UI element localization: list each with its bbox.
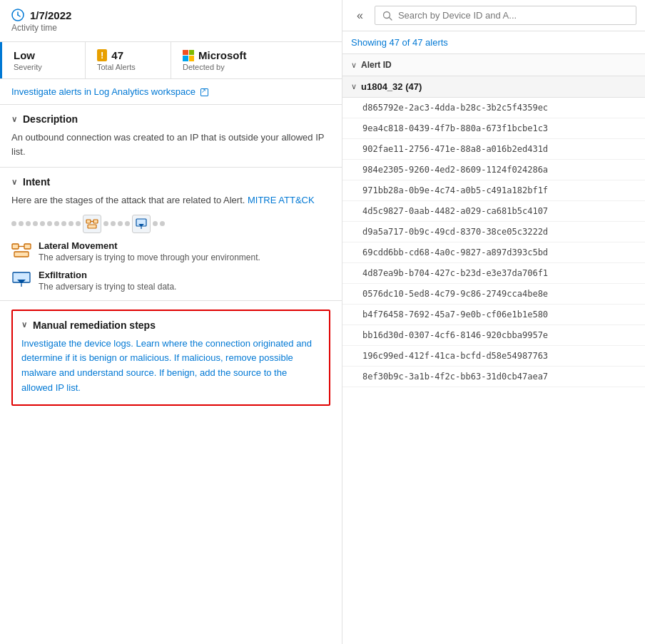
header-date: 1/7/2022 bbox=[11, 9, 330, 21]
search-bar bbox=[375, 6, 636, 25]
alerts-label: Total Alerts bbox=[97, 63, 159, 71]
alert-table: ∨ Alert ID ∨ u1804_32 (47) d865792e-2ac3… bbox=[342, 54, 645, 644]
table-row[interactable]: 9ea4c818-0439-4f7b-880a-673f1bcbe1c3 bbox=[342, 118, 645, 139]
table-row[interactable]: 0576dc10-5ed8-4c79-9c86-2749cca4be8e bbox=[342, 284, 645, 305]
lateral-movement-title: Lateral Movement bbox=[39, 240, 260, 251]
chain-dot bbox=[40, 221, 45, 226]
severity-label: Severity bbox=[14, 63, 73, 71]
microsoft-logo-icon bbox=[183, 50, 194, 61]
alert-badge: ! bbox=[97, 49, 107, 61]
chain-dot bbox=[26, 221, 31, 226]
alert-id-cell: 9ea4c818-0439-4f7b-880a-673f1bcbe1c3 bbox=[362, 123, 548, 133]
remediation-title: Manual remediation steps bbox=[33, 320, 156, 331]
severity-value: Low bbox=[14, 49, 73, 61]
intent-description: Here are the stages of the attack that a… bbox=[11, 193, 330, 208]
detected-by-label: Detected by bbox=[183, 63, 247, 71]
alert-id-cell: 0576dc10-5ed8-4c79-9c86-2749cca4be8e bbox=[362, 289, 548, 299]
table-row[interactable]: 4d87ea9b-b704-427c-b23d-e3e37da706f1 bbox=[342, 263, 645, 284]
alert-id-cell: 69cdd6bb-cd68-4a0c-9827-a897d393c5bd bbox=[362, 247, 548, 257]
alert-id-column-header: Alert ID bbox=[361, 60, 392, 70]
group-label: u1804_32 (47) bbox=[361, 81, 422, 92]
alert-id-cell: 196c99ed-412f-41ca-bcfd-d58e54987763 bbox=[362, 351, 548, 361]
alert-id-cell: b4f76458-7692-45a7-9e0b-cf06e1b1e580 bbox=[362, 310, 548, 320]
chain-dot bbox=[19, 221, 24, 226]
mitre-link[interactable]: MITRE ATT&CK bbox=[248, 195, 315, 205]
table-row[interactable]: 69cdd6bb-cd68-4a0c-9827-a897d393c5bd bbox=[342, 242, 645, 263]
exfiltration-desc: The adversary is trying to steal data. bbox=[39, 282, 176, 292]
intent-header[interactable]: ∨ Intent bbox=[11, 176, 330, 188]
chain-dot bbox=[68, 221, 73, 226]
exfiltration-icon bbox=[11, 270, 31, 290]
lateral-movement-content: Lateral Movement The adversary is trying… bbox=[39, 240, 260, 262]
svg-rect-13 bbox=[14, 252, 29, 257]
description-chevron-icon: ∨ bbox=[11, 115, 17, 124]
chain-dot bbox=[160, 221, 165, 226]
lateral-movement-icon bbox=[11, 240, 31, 260]
svg-rect-11 bbox=[24, 244, 31, 249]
remediation-header[interactable]: ∨ Manual remediation steps bbox=[21, 320, 320, 331]
table-header: ∨ Alert ID bbox=[342, 54, 645, 76]
alert-id-cell: 971bb28a-0b9e-4c74-a0b5-c491a182bf1f bbox=[362, 185, 548, 195]
svg-rect-10 bbox=[12, 244, 19, 249]
lateral-movement-desc: The adversary is trying to move through … bbox=[39, 252, 260, 262]
chain-dot bbox=[11, 221, 16, 226]
activity-time-label: Activity time bbox=[11, 23, 330, 33]
description-title: Description bbox=[23, 113, 78, 125]
table-row[interactable]: d865792e-2ac3-4dda-b28c-3b2c5f4359ec bbox=[342, 98, 645, 118]
alert-id-cell: 4d87ea9b-b704-427c-b23d-e3e37da706f1 bbox=[362, 268, 548, 278]
description-text: An outbound connection was created to an… bbox=[11, 131, 330, 158]
chevron-down-icon: ∨ bbox=[351, 61, 357, 70]
search-input[interactable] bbox=[398, 10, 629, 21]
header-bar: 1/7/2022 Activity time bbox=[0, 0, 342, 42]
intent-section: ∨ Intent Here are the stages of the atta… bbox=[0, 168, 342, 301]
description-section: ∨ Description An outbound connection was… bbox=[0, 105, 342, 168]
chain-dot bbox=[61, 221, 66, 226]
table-row[interactable]: 971bb28a-0b9e-4c74-a0b5-c491a182bf1f bbox=[342, 180, 645, 201]
exfiltration-title: Exfiltration bbox=[39, 270, 176, 280]
table-row[interactable]: 902fae11-2756-471e-88a8-a016b2ed431d bbox=[342, 139, 645, 160]
remediation-section: ∨ Manual remediation steps Investigate t… bbox=[11, 310, 330, 406]
chain-dot bbox=[33, 221, 38, 226]
left-panel: 1/7/2022 Activity time Low Severity ! 47… bbox=[0, 0, 342, 644]
chain-dot bbox=[111, 221, 116, 226]
chain-dot bbox=[153, 221, 158, 226]
description-header[interactable]: ∨ Description bbox=[11, 113, 330, 125]
alerts-value: ! 47 bbox=[97, 49, 159, 61]
investigate-link[interactable]: Investigate alerts in Log Analytics work… bbox=[11, 86, 208, 97]
intent-item-exfil: Exfiltration The adversary is trying to … bbox=[11, 270, 330, 292]
table-row[interactable]: 196c99ed-412f-41ca-bcfd-d58e54987763 bbox=[342, 346, 645, 367]
svg-line-2 bbox=[18, 15, 20, 16]
intent-item-lateral: Lateral Movement The adversary is trying… bbox=[11, 240, 330, 262]
remediation-text: Investigate the device logs. Learn where… bbox=[21, 337, 320, 396]
table-row[interactable]: 984e2305-9260-4ed2-8609-1124f024286a bbox=[342, 160, 645, 180]
table-row[interactable]: bb16d30d-0307-4cf6-8146-920cbba9957e bbox=[342, 325, 645, 346]
activity-date: 1/7/2022 bbox=[30, 9, 71, 21]
attack-chain bbox=[11, 215, 330, 233]
svg-line-18 bbox=[389, 17, 392, 20]
alert-id-cell: 8ef30b9c-3a1b-4f2c-bb63-31d0cb47aea7 bbox=[362, 372, 548, 382]
table-row[interactable]: d9a5a717-0b9c-49cd-8370-38ce05c3222d bbox=[342, 222, 645, 242]
right-panel: « Showing 47 of 47 alerts ∨ Alert ID ∨ u… bbox=[342, 0, 645, 644]
clock-icon bbox=[11, 9, 24, 21]
table-row[interactable]: 4d5c9827-0aab-4482-a029-ca681b5c4107 bbox=[342, 201, 645, 222]
svg-rect-4 bbox=[93, 220, 98, 223]
chain-dot bbox=[103, 221, 108, 226]
intent-chevron-icon: ∨ bbox=[11, 178, 17, 187]
table-row[interactable]: 8ef30b9c-3a1b-4f2c-bb63-31d0cb47aea7 bbox=[342, 367, 645, 387]
alert-id-cell: 4d5c9827-0aab-4482-a029-ca681b5c4107 bbox=[362, 206, 548, 216]
chain-dot bbox=[125, 221, 130, 226]
alert-id-cell: 902fae11-2756-471e-88a8-a016b2ed431d bbox=[362, 144, 548, 154]
alert-rows-container: d865792e-2ac3-4dda-b28c-3b2c5f4359ec9ea4… bbox=[342, 98, 645, 387]
chain-dot bbox=[54, 221, 59, 226]
alerts-stat: ! 47 Total Alerts bbox=[86, 42, 171, 78]
right-header: « bbox=[342, 0, 645, 31]
alert-exclamation: ! bbox=[101, 50, 103, 61]
table-row[interactable]: b4f76458-7692-45a7-9e0b-cf06e1b1e580 bbox=[342, 305, 645, 325]
alert-group-header[interactable]: ∨ u1804_32 (47) bbox=[342, 76, 645, 98]
lateral-movement-chain-icon bbox=[83, 215, 101, 233]
intent-title: Intent bbox=[23, 176, 50, 188]
collapse-button[interactable]: « bbox=[351, 6, 369, 25]
alert-id-cell: d9a5a717-0b9c-49cd-8370-38ce05c3222d bbox=[362, 227, 548, 237]
detected-by-value: Microsoft bbox=[183, 49, 247, 61]
stats-row: Low Severity ! 47 Total Alerts Microsoft… bbox=[0, 42, 342, 79]
